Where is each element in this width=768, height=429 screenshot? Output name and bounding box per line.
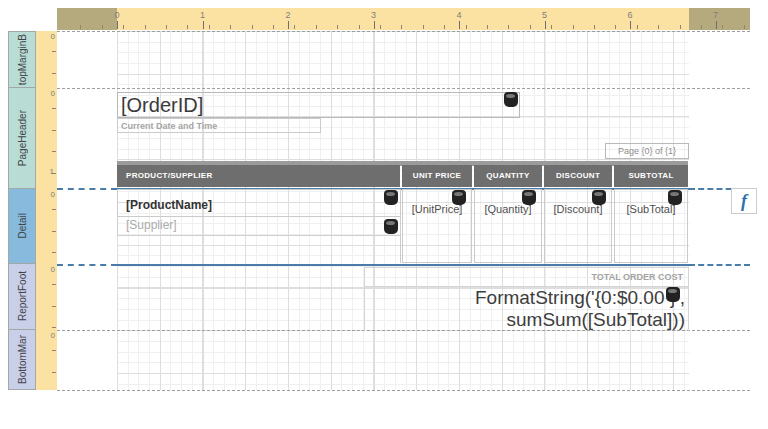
- product-column-border: [400, 236, 401, 263]
- database-field-icon[interactable]: [668, 190, 682, 205]
- top-margin-line: [57, 31, 750, 32]
- database-field-icon[interactable]: [384, 219, 398, 234]
- vruler-detail: 0: [36, 189, 57, 264]
- page-info-textbox[interactable]: Page {0} of {1}: [605, 143, 689, 159]
- database-field-icon[interactable]: [452, 190, 466, 205]
- ruler-inch-tick: [288, 21, 289, 29]
- expression-line2: sumSum([SubTotal])): [365, 309, 685, 331]
- ruler-inch-tick: [459, 21, 460, 29]
- database-field-icon[interactable]: [666, 287, 680, 302]
- expression-f-icon[interactable]: f: [731, 188, 757, 214]
- header-cell-product-supplier[interactable]: PRODUCT/SUPPLIER: [117, 165, 400, 187]
- current-date-textbox[interactable]: Current Date and Time: [117, 118, 321, 133]
- band-tab-bottom-margin[interactable]: BottomMar: [8, 329, 36, 390]
- detail-bottom-line-margin: [57, 264, 117, 266]
- horizontal-ruler: 01234567: [57, 8, 750, 30]
- total-expression-textbox[interactable]: FormatString('{0:$0.00 }', sumSum([SubTo…: [364, 286, 689, 331]
- band-tab-top-margin[interactable]: topMarginB: [8, 31, 36, 88]
- header-cell-discount[interactable]: DISCOUNT: [544, 165, 612, 187]
- band-tab-page-header[interactable]: PageHeader: [8, 87, 36, 189]
- database-field-icon[interactable]: [592, 190, 606, 205]
- ruler-minor-ticks: [60, 25, 748, 29]
- ruler-inch-tick: [203, 21, 204, 29]
- vruler-top-margin: 0: [36, 31, 57, 88]
- vertical-ruler: 0 0 1 0 0 0: [36, 31, 57, 390]
- report-designer-surface: 01234567 topMarginB PageHeader Detail Re…: [0, 0, 768, 429]
- ruler-inch-tick: [716, 21, 717, 29]
- band-tab-detail[interactable]: Detail: [8, 188, 36, 264]
- ruler-number: 4: [449, 10, 469, 20]
- database-field-icon[interactable]: [504, 92, 518, 107]
- ruler-inch-tick: [545, 21, 546, 29]
- total-order-cost-label[interactable]: TOTAL ORDER COST: [364, 267, 689, 287]
- ruler-number: 3: [364, 10, 384, 20]
- order-id-textbox[interactable]: [OrderID]: [117, 92, 520, 118]
- header-cell-subtotal[interactable]: SUBTOTAL: [614, 165, 688, 187]
- ruler-inch-tick: [630, 21, 631, 29]
- vruler-report-footer: 0: [36, 264, 57, 330]
- page-header-top-line: [57, 88, 750, 89]
- database-field-icon[interactable]: [522, 190, 536, 205]
- page-bottom-line: [57, 390, 750, 391]
- header-cell-quantity[interactable]: QUANTITY: [474, 165, 542, 187]
- vruler-page-header: 0 1: [36, 88, 57, 189]
- ruler-number: 5: [535, 10, 555, 20]
- ruler-number: 1: [193, 10, 213, 20]
- detail-bottom-line[interactable]: [117, 264, 689, 266]
- database-field-icon[interactable]: [384, 190, 398, 205]
- ruler-number: 6: [620, 10, 640, 20]
- detail-top-line-margin: [57, 188, 117, 190]
- ruler-number: 0: [107, 10, 127, 20]
- expression-line1: FormatString('{0:$0.00 }',: [365, 287, 685, 309]
- ruler-inch-tick: [374, 21, 375, 29]
- ruler-inch-tick: [117, 21, 118, 29]
- supplier-cell[interactable]: [Supplier]: [117, 216, 401, 236]
- ruler-number: 2: [278, 10, 298, 20]
- detail-bottom-line-right: [689, 264, 750, 266]
- ruler-number: 7: [706, 10, 726, 20]
- vruler-bottom-margin: 0: [36, 330, 57, 390]
- product-name-cell[interactable]: [ProductName]: [117, 189, 401, 217]
- band-tab-report-footer[interactable]: ReportFoot: [8, 263, 36, 330]
- header-cell-unit-price[interactable]: UNIT PRICE: [402, 165, 472, 187]
